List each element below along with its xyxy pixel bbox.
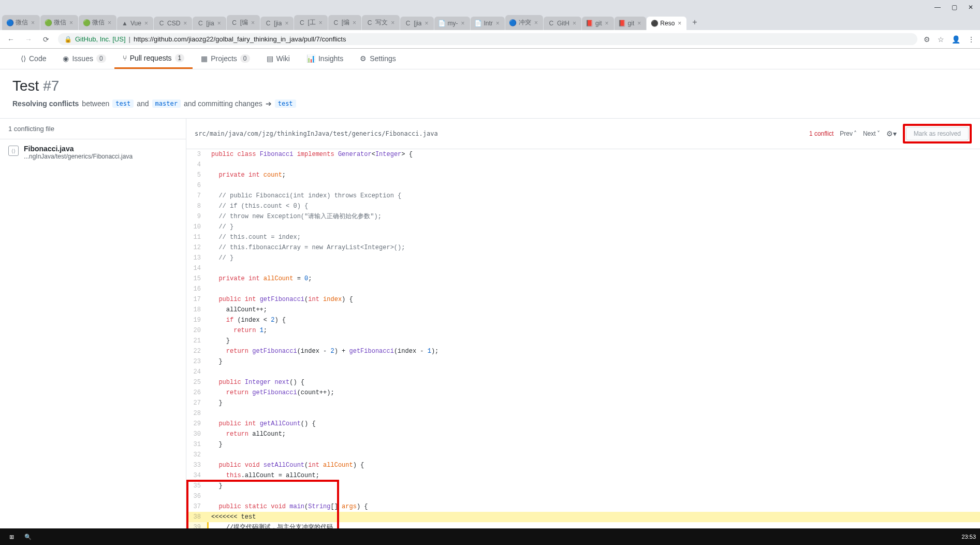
code-line[interactable]: 30 return allCount; (186, 429, 980, 439)
code-line[interactable]: 32 (186, 450, 980, 460)
translate-icon[interactable]: ⚙ (924, 35, 930, 44)
tab-close-icon[interactable]: × (216, 20, 222, 27)
code-line[interactable]: 10 // } (186, 222, 980, 232)
browser-tab[interactable]: C[编× (328, 15, 361, 30)
browser-tab[interactable]: 🔵微信× (2, 15, 40, 30)
reload-button[interactable]: ⟳ (40, 34, 52, 45)
forward-button[interactable]: → (23, 34, 34, 45)
code-line[interactable]: 31 } (186, 439, 980, 450)
code-line[interactable]: 4 (186, 160, 980, 170)
conflict-file-item[interactable]: ⟨⟩ Fibonacci.java ...ngInJava/test/gener… (0, 139, 186, 165)
user-avatar-icon[interactable]: 👤 (952, 35, 960, 44)
code-line[interactable]: 12 // this.fibonacciArray = new ArrayLis… (186, 242, 980, 253)
browser-tab[interactable]: C[jia× (260, 17, 294, 30)
code-line[interactable]: 9 // throw new Exception("请输入正确初始化参数"); (186, 211, 980, 222)
code-line[interactable]: 37 public static void main(String[] args… (186, 501, 980, 512)
code-line[interactable]: 13 // } (186, 253, 980, 263)
code-editor[interactable]: 3public class Fibonacci implements Gener… (186, 149, 980, 528)
code-line[interactable]: 8 // if (this.count < 0) { (186, 201, 980, 211)
tab-close-icon[interactable]: × (677, 20, 682, 27)
address-bar[interactable]: 🔒 GitHub, Inc. [US] | https://github.com… (58, 33, 917, 45)
browser-tab[interactable]: 🟢微信× (79, 15, 116, 30)
browser-tab[interactable]: C[工× (294, 15, 327, 30)
tab-close-icon[interactable]: × (182, 20, 188, 27)
tab-pull-requests[interactable]: ⑂ Pull requests 1 (114, 49, 193, 69)
code-line[interactable]: 23 } (186, 356, 980, 367)
tab-close-icon[interactable]: × (250, 19, 256, 26)
code-line[interactable]: 27 } (186, 398, 980, 408)
browser-tab[interactable]: CCSD× (154, 17, 192, 30)
code-line[interactable]: 22 return getFibonacci(index - 2) + getF… (186, 346, 980, 356)
tab-close-icon[interactable]: × (604, 20, 610, 27)
browser-tab[interactable]: C[编× (227, 15, 260, 30)
browser-tab[interactable]: C[jia× (193, 17, 226, 30)
code-line[interactable]: 39 //提交代码测试，与主分支冲突的代码 (186, 522, 980, 528)
tab-wiki[interactable]: ▤ Wiki (258, 49, 298, 69)
tab-close-icon[interactable]: × (423, 20, 429, 27)
tab-projects[interactable]: ▦ Projects 0 (193, 49, 258, 69)
tab-settings[interactable]: ⚙ Settings (352, 49, 404, 69)
browser-tab[interactable]: CGitH× (544, 17, 581, 30)
next-conflict-button[interactable]: Next ˅ (863, 130, 880, 137)
tab-code[interactable]: ⟨⟩ Code (12, 49, 54, 69)
code-line[interactable]: 29 public int getAllCount() { (186, 419, 980, 429)
bookmark-icon[interactable]: ☆ (938, 35, 944, 44)
browser-tab[interactable]: ▲Vue× (117, 17, 153, 30)
browser-tab[interactable]: 🔵冲突× (505, 15, 543, 30)
code-line[interactable]: 25 public Integer next() { (186, 377, 980, 388)
code-line[interactable]: 21 } (186, 336, 980, 346)
code-line[interactable]: 6 (186, 180, 980, 191)
browser-tab[interactable]: 📄my-× (434, 17, 470, 30)
browser-tab[interactable]: 📕git× (582, 17, 614, 30)
editor-settings-button[interactable]: ⚙▾ (886, 130, 897, 138)
code-line[interactable]: 35 } (186, 481, 980, 491)
code-line[interactable]: 19 if (index < 2) { (186, 315, 980, 325)
tab-close-icon[interactable]: × (636, 20, 642, 27)
tab-close-icon[interactable]: × (495, 20, 501, 27)
browser-tab[interactable]: C写文× (362, 15, 400, 30)
browser-tab[interactable]: 📄Intr× (471, 17, 505, 30)
code-line[interactable]: 26 return getFibonacci(count++); (186, 388, 980, 398)
code-line[interactable]: 18 allCount++; (186, 305, 980, 315)
tab-close-icon[interactable]: × (284, 20, 289, 27)
prev-conflict-button[interactable]: Prev ˄ (840, 130, 857, 137)
tab-close-icon[interactable]: × (533, 19, 539, 26)
tab-close-icon[interactable]: × (352, 19, 357, 26)
code-line[interactable]: 3public class Fibonacci implements Gener… (186, 149, 980, 160)
code-line[interactable]: 36 (186, 491, 980, 501)
window-maximize[interactable]: ▢ (948, 2, 960, 12)
code-line[interactable]: 28 (186, 408, 980, 419)
browser-tab[interactable]: 🟢微信× (40, 15, 78, 30)
browser-tab[interactable]: C[jia× (400, 17, 433, 30)
code-line[interactable]: 11 // this.count = index; (186, 232, 980, 242)
tab-close-icon[interactable]: × (143, 20, 149, 27)
tab-issues[interactable]: ◉ Issues 0 (54, 49, 114, 69)
code-line[interactable]: 38<<<<<<< test (186, 512, 980, 522)
code-line[interactable]: 17 public int getFibonacci(int index) { (186, 294, 980, 305)
window-minimize[interactable]: — (931, 2, 944, 12)
code-line[interactable]: 5 private int count; (186, 170, 980, 180)
code-line[interactable]: 15 private int allCount = 0; (186, 274, 980, 284)
tab-close-icon[interactable]: × (68, 19, 74, 26)
tab-close-icon[interactable]: × (460, 20, 466, 27)
mark-resolved-button[interactable]: Mark as resolved (906, 127, 969, 140)
code-line[interactable]: 16 (186, 284, 980, 294)
tab-close-icon[interactable]: × (318, 19, 324, 26)
code-line[interactable]: 7 // public Fibonacci(int index) throws … (186, 191, 980, 201)
tab-close-icon[interactable]: × (107, 19, 112, 26)
browser-tab[interactable]: 📕git× (615, 17, 647, 30)
code-line[interactable]: 33 public void setAllCount(int allCount)… (186, 460, 980, 470)
back-button[interactable]: ← (5, 34, 17, 45)
browser-menu-icon[interactable]: ⋮ (968, 35, 975, 44)
browser-tab[interactable]: ⚫Reso× (647, 17, 686, 30)
tab-close-icon[interactable]: × (572, 20, 577, 27)
new-tab-button[interactable]: + (687, 15, 702, 30)
window-close[interactable]: ✕ (964, 2, 977, 12)
code-line[interactable]: 14 (186, 263, 980, 274)
code-line[interactable]: 20 return 1; (186, 325, 980, 336)
tab-close-icon[interactable]: × (390, 19, 396, 26)
code-line[interactable]: 24 (186, 367, 980, 377)
code-line[interactable]: 34 this.allCount = allCount; (186, 470, 980, 481)
tab-close-icon[interactable]: × (30, 19, 36, 26)
tab-insights[interactable]: 📊 Insights (298, 49, 352, 69)
